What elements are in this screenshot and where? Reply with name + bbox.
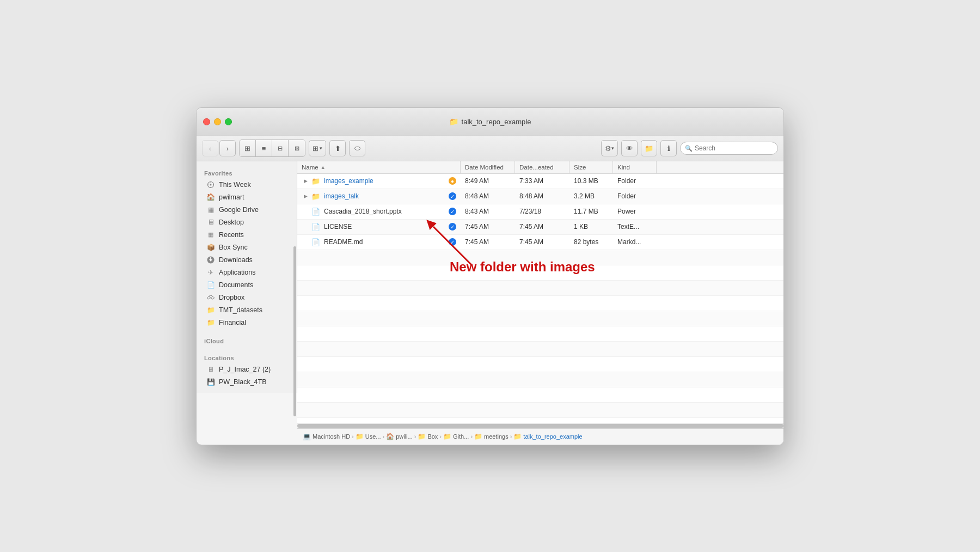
cell-name: ▶ 📄 Cascadia_2018_short.pptx ✓: [297, 204, 461, 219]
sidebar-item-tmt-datasets[interactable]: 📁 TMT_datasets: [199, 304, 295, 316]
box-icon: 📦: [206, 243, 215, 252]
info-button[interactable]: ℹ: [660, 140, 677, 156]
home-icon: 🏠: [206, 193, 215, 202]
scrollbar-thumb[interactable]: [297, 424, 783, 428]
drive-icon: 💾: [206, 378, 215, 386]
sidebar-wrapper: Favorites This Week: [197, 161, 297, 445]
zoom-button[interactable]: [225, 118, 232, 125]
sidebar-item-label: P_J_Imac_27 (2): [219, 366, 271, 373]
horizontal-scrollbar[interactable]: [297, 423, 783, 428]
list-view-icon: ≡: [262, 144, 266, 153]
empty-row: [297, 250, 783, 265]
table-row[interactable]: ▶ 📁 images_example ● 8:49 AM 7:33 AM 10.…: [297, 174, 783, 189]
disclosure-button[interactable]: ▶: [302, 177, 309, 185]
sidebar-item-financial[interactable]: 📁 Financial: [199, 317, 295, 329]
path-item-box[interactable]: 📁 Box: [418, 433, 438, 440]
tag-button[interactable]: ⬭: [349, 140, 365, 156]
folder-icon: 📁: [311, 192, 320, 201]
action-button[interactable]: ⚙ ▾: [601, 140, 618, 156]
sidebar-item-pj-imac[interactable]: 🖥 P_J_Imac_27 (2): [199, 363, 295, 375]
col-header-name[interactable]: Name ▲: [297, 161, 461, 173]
sidebar-item-this-week[interactable]: This Week: [199, 179, 295, 191]
sidebar-item-pw-black[interactable]: 💾 PW_Black_4TB: [199, 376, 295, 388]
window-title: 📁 talk_to_repo_example: [449, 117, 531, 126]
path-item-label: Box: [427, 433, 438, 440]
status-dot-yellow: ●: [449, 177, 456, 185]
folder-icon: 📁: [206, 306, 215, 314]
sidebar-item-applications[interactable]: ✈ Applications: [199, 266, 295, 278]
path-item-label: Gith...: [453, 433, 469, 440]
path-item-pwilmart[interactable]: 🏠 pwili...: [386, 433, 413, 440]
path-item-label: Macintosh HD: [313, 433, 350, 440]
downloads-icon: [206, 256, 215, 264]
sidebar-item-dropbox[interactable]: Dropbox: [199, 292, 295, 304]
sidebar-item-google-drive[interactable]: ▦ Google Drive: [199, 204, 295, 216]
forward-button[interactable]: ›: [219, 140, 236, 156]
list-view-button[interactable]: ≡: [256, 140, 272, 156]
path-item-macintosh-hd[interactable]: 💻 Macintosh HD: [303, 433, 350, 440]
search-bar[interactable]: 🔍: [680, 142, 778, 155]
path-item-gith[interactable]: 📁 Gith...: [443, 433, 469, 440]
table-row[interactable]: ▶ 📄 Cascadia_2018_short.pptx ✓ 8:43 AM 7…: [297, 204, 783, 220]
icon-view-button[interactable]: ⊞: [240, 140, 256, 156]
desktop-icon: 🖥: [206, 218, 215, 227]
file-icon: 📄: [311, 223, 320, 231]
col-header-date-modified[interactable]: Date Modified: [461, 161, 515, 173]
empty-row: [297, 281, 783, 296]
window-title-text: talk_to_repo_example: [462, 118, 531, 126]
sidebar-item-label: PW_Black_4TB: [219, 378, 267, 386]
cover-view-button[interactable]: ⊠: [289, 140, 305, 156]
cell-date-mod: 8:49 AM: [461, 174, 515, 189]
sidebar-item-downloads[interactable]: Downloads: [199, 254, 295, 266]
path-item-talk-to-repo[interactable]: 📁 talk_to_repo_example: [513, 433, 582, 440]
col-header-date-created[interactable]: Date...eated: [515, 161, 569, 173]
file-list: ▶ 📁 images_example ● 8:49 AM 7:33 AM 10.…: [297, 174, 783, 423]
group-view-button[interactable]: ⊞ ▾: [309, 140, 326, 156]
sidebar-item-recents[interactable]: ▦ Recents: [199, 229, 295, 241]
column-view-button[interactable]: ⊟: [272, 140, 289, 156]
svg-marker-9: [207, 295, 211, 299]
svg-point-1: [210, 184, 212, 185]
path-separator: ›: [470, 433, 473, 440]
minimize-button[interactable]: [214, 118, 221, 125]
back-button[interactable]: ‹: [202, 140, 218, 156]
cell-date-created: 7:45 AM: [515, 235, 569, 250]
disclosure-button[interactable]: ▶: [302, 192, 309, 200]
status-dot-blue: ✓: [449, 238, 456, 246]
empty-row: [297, 296, 783, 311]
col-header-kind[interactable]: Kind: [613, 161, 657, 173]
new-folder-button[interactable]: 📁: [641, 140, 657, 156]
path-item-users[interactable]: 📁 Use...: [356, 433, 381, 440]
table-row[interactable]: ▶ 📄 LICENSE ✓ 7:45 AM 7:45 AM 1 KB: [297, 220, 783, 235]
empty-row: [297, 342, 783, 357]
status-dot-blue: ✓: [449, 208, 456, 215]
title-folder-icon: 📁: [449, 117, 458, 126]
sidebar-item-label: Desktop: [219, 219, 244, 226]
cell-date-created: 7:45 AM: [515, 220, 569, 234]
home-icon: 🏠: [386, 433, 394, 440]
sidebar-item-documents[interactable]: 📄 Documents: [199, 279, 295, 291]
path-item-meetings[interactable]: 📁 meetings: [474, 433, 509, 440]
path-item-label: meetings: [484, 433, 509, 440]
sidebar-item-pwilmart[interactable]: 🏠 pwilmart: [199, 191, 295, 203]
empty-row: [297, 311, 783, 326]
sidebar-scrollbar[interactable]: [293, 246, 296, 416]
sidebar-item-box-sync[interactable]: 📦 Box Sync: [199, 241, 295, 253]
sidebar: Favorites This Week: [197, 161, 297, 393]
sort-asc-icon: ▲: [321, 165, 326, 170]
sidebar-item-label: Financial: [219, 319, 246, 326]
search-input[interactable]: [695, 144, 773, 152]
folder-icon: 📁: [206, 318, 215, 327]
share-button[interactable]: ⬆: [329, 140, 346, 156]
traffic-lights: [203, 118, 232, 125]
svg-rect-8: [210, 257, 211, 259]
cell-date-created: 7:33 AM: [515, 174, 569, 189]
col-header-size[interactable]: Size: [569, 161, 613, 173]
close-button[interactable]: [203, 118, 210, 125]
file-icon: 📄: [311, 208, 320, 216]
sidebar-item-desktop[interactable]: 🖥 Desktop: [199, 216, 295, 228]
table-row[interactable]: ▶ 📁 images_talk ✓ 8:48 AM 8:48 AM 3.2 MB: [297, 189, 783, 204]
finder-window: 📁 talk_to_repo_example ‹ › ⊞ ≡ ⊟ ⊠: [196, 107, 784, 445]
table-row[interactable]: ▶ 📄 README.md ✓ 7:45 AM 7:45 AM 82 bytes: [297, 235, 783, 250]
quicklook-button[interactable]: 👁: [621, 140, 638, 156]
